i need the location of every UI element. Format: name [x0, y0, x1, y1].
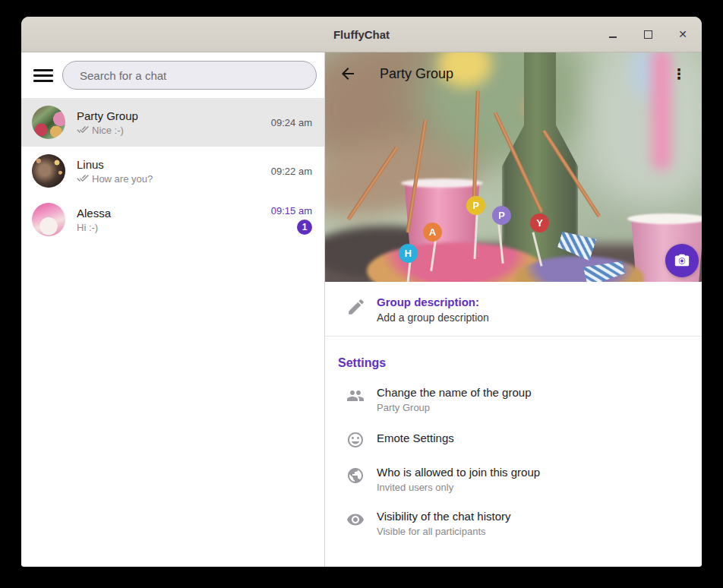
- chat-name: Linus: [77, 158, 271, 171]
- window-controls: ✕: [605, 17, 691, 52]
- letter-badge-h: H: [399, 244, 418, 263]
- chat-row-alessa[interactable]: Alessa Hi :-) 09:15 am 1: [21, 195, 324, 244]
- letter-badge-p2: P: [492, 206, 511, 225]
- chat-timestamp: 09:24 am: [271, 117, 312, 128]
- unread-badge: 1: [297, 220, 312, 235]
- window-titlebar[interactable]: FluffyChat ✕: [21, 17, 702, 52]
- group-appbar: Party Group ⋮: [325, 52, 702, 95]
- group-description-row[interactable]: Group description: Add a group descripti…: [325, 282, 702, 337]
- back-button[interactable]: [337, 63, 358, 84]
- double-check-icon: [77, 125, 89, 134]
- group-description-value: Add a group description: [377, 311, 489, 324]
- setting-subtitle: Party Group: [377, 402, 531, 413]
- setting-subtitle: Invited users only: [377, 482, 540, 493]
- maximize-button[interactable]: [639, 26, 656, 43]
- chat-timestamp: 09:15 am: [271, 205, 312, 217]
- close-button[interactable]: ✕: [674, 26, 691, 43]
- camera-icon: [674, 252, 690, 269]
- chat-row-linus[interactable]: Linus How are you? 09:22 am: [21, 147, 324, 195]
- group-description-label: Group description:: [377, 296, 489, 308]
- people-icon: [346, 387, 365, 405]
- group-title: Party Group: [380, 66, 453, 82]
- chat-preview-text: Nice :-): [92, 125, 124, 136]
- chat-preview-text: How are you?: [92, 173, 153, 185]
- setting-title: Who is allowed to join this group: [377, 466, 540, 479]
- setting-subtitle: Visible for all participants: [377, 526, 510, 537]
- chat-list-toolbar: [21, 52, 324, 98]
- setting-title: Change the name of the group: [377, 386, 531, 399]
- search-input[interactable]: [63, 69, 316, 82]
- setting-title: Visibility of the chat history: [377, 510, 510, 523]
- edit-pencil-icon: [346, 297, 366, 317]
- fluffychat-window: FluffyChat ✕: [21, 17, 702, 567]
- chat-list-panel: Party Group Nice :-) 09:24 am: [21, 52, 325, 567]
- chat-row-party-group[interactable]: Party Group Nice :-) 09:24 am: [21, 98, 324, 147]
- letter-badge-p1: P: [466, 196, 485, 215]
- search-field[interactable]: [62, 61, 317, 90]
- hamburger-icon: [33, 69, 53, 71]
- kebab-icon: ⋮: [672, 65, 687, 83]
- chat-name: Party Group: [77, 109, 271, 122]
- minimize-button[interactable]: [605, 26, 621, 43]
- letter-badge-y: Y: [530, 213, 549, 232]
- setting-history-visibility[interactable]: Visibility of the chat history Visible f…: [325, 501, 702, 545]
- avatar: [32, 203, 65, 236]
- window-title: FluffyChat: [333, 28, 390, 41]
- avatar: [32, 106, 65, 139]
- setting-join-permission[interactable]: Who is allowed to join this group Invite…: [325, 457, 702, 501]
- globe-icon: [346, 466, 365, 485]
- emoji-icon: [346, 431, 365, 449]
- desktop-background: FluffyChat ✕: [0, 0, 723, 588]
- settings-heading: Settings: [338, 356, 702, 370]
- eye-icon: [346, 511, 365, 529]
- setting-change-group-name[interactable]: Change the name of the group Party Group: [325, 378, 702, 422]
- kebab-menu-button[interactable]: ⋮: [668, 63, 690, 84]
- maximize-icon: [644, 30, 652, 39]
- setting-emote-settings[interactable]: Emote Settings: [325, 422, 702, 457]
- letter-badge-a: A: [423, 223, 442, 242]
- chat-name: Alessa: [77, 207, 271, 220]
- change-avatar-button[interactable]: [665, 244, 699, 277]
- menu-button[interactable]: [33, 65, 53, 85]
- close-icon: ✕: [678, 29, 687, 40]
- chat-preview-text: Hi :-): [77, 222, 98, 233]
- group-details-panel: H A P P Y Party Group: [325, 52, 702, 567]
- minimize-icon: [609, 36, 617, 38]
- setting-title: Emote Settings: [377, 432, 454, 444]
- double-check-icon: [77, 174, 89, 183]
- group-header-photo: H A P P Y Party Group: [325, 52, 702, 282]
- chat-timestamp: 09:22 am: [271, 166, 312, 177]
- avatar: [32, 154, 65, 188]
